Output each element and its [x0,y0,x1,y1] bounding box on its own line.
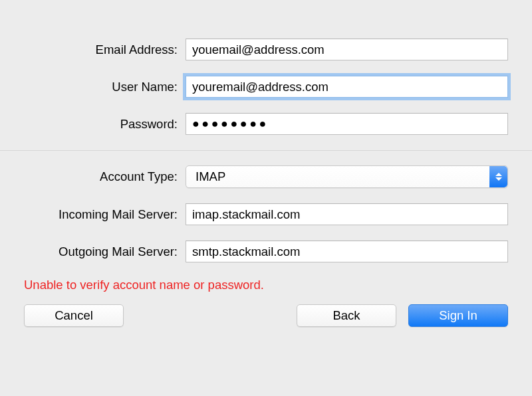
form-section-top: Email Address: User Name: Password: ●●●●… [0,39,532,135]
chevron-up-down-icon [489,166,507,187]
account-type-label: Account Type: [24,169,186,184]
signin-button[interactable]: Sign In [408,304,508,327]
password-label: Password: [24,117,186,132]
incoming-server-input[interactable] [186,203,508,225]
button-spacer [136,304,285,327]
username-row: User Name: [24,76,508,98]
email-label: Email Address: [24,43,186,57]
password-input[interactable]: ●●●●●●●● [186,113,508,135]
account-type-value: IMAP [196,169,225,184]
incoming-server-row: Incoming Mail Server: [24,203,508,225]
form-section-bottom: Account Type: IMAP Incoming Mail Server:… [0,165,532,262]
back-button[interactable]: Back [297,304,396,327]
incoming-server-label: Incoming Mail Server: [24,207,186,222]
outgoing-server-row: Outgoing Mail Server: [24,241,508,262]
email-input[interactable] [186,39,508,60]
error-message: Unable to verify account name or passwor… [0,278,532,292]
mail-account-setup-dialog: Email Address: User Name: Password: ●●●●… [0,0,532,396]
email-row: Email Address: [24,39,508,60]
cancel-button[interactable]: Cancel [24,304,124,327]
username-input[interactable] [186,76,508,98]
outgoing-server-input[interactable] [186,241,508,262]
outgoing-server-label: Outgoing Mail Server: [24,245,186,259]
username-label: User Name: [24,80,186,94]
divider [0,150,532,151]
password-row: Password: ●●●●●●●● [24,113,508,135]
button-row: Cancel Back Sign In [0,304,532,327]
account-type-select[interactable]: IMAP [186,165,508,188]
account-type-row: Account Type: IMAP [24,165,508,188]
